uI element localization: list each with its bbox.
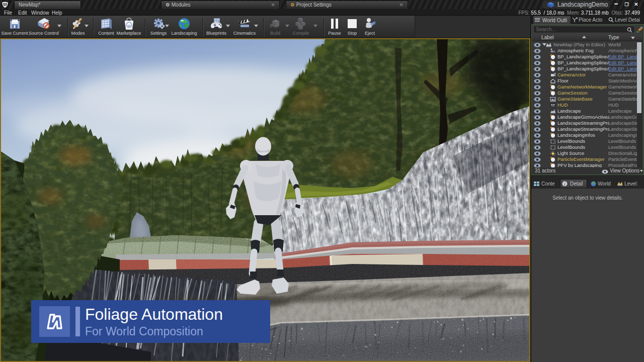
svg-text:u: u <box>128 23 130 28</box>
